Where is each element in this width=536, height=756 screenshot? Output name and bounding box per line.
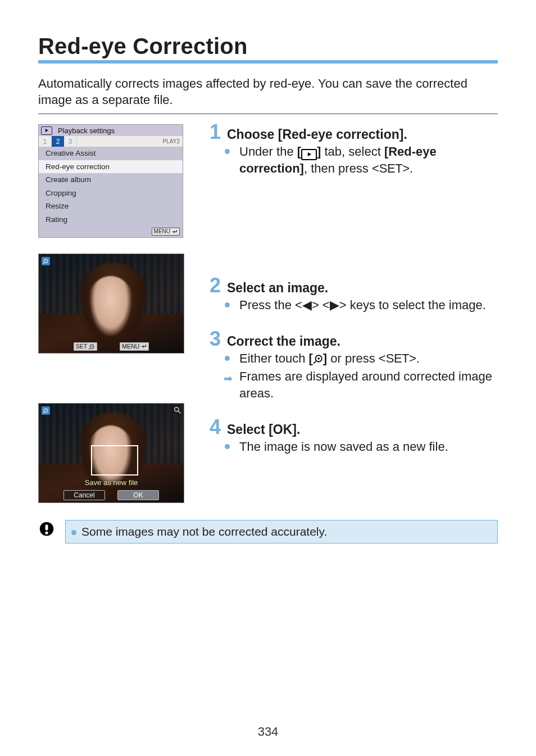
sample-photo-select: SET MENU — [38, 253, 184, 354]
menu-header-title: Playback settings — [58, 126, 115, 135]
menu-tab-row: 1 2 3 PLAY2 — [39, 136, 183, 147]
step-4-text: The image is now saved as a new file. — [239, 440, 448, 454]
menu-item-creative-assist[interactable]: Creative Assist — [39, 147, 183, 160]
svg-point-14 — [45, 532, 48, 535]
bullet-icon — [225, 444, 230, 449]
svg-marker-0 — [46, 129, 49, 132]
menu-item-resize[interactable]: Resize — [39, 200, 183, 213]
intro-rule — [38, 114, 498, 114]
menu-header: Playback settings — [39, 125, 183, 136]
correction-frame — [91, 445, 138, 476]
step-3-text-d: Frames are displayed around corrected im… — [239, 369, 492, 400]
menu-tab-group-label: PLAY2 — [163, 136, 183, 147]
step-3-bold-open: [ — [309, 351, 313, 365]
title-rule — [38, 60, 498, 64]
menu-return-chip[interactable]: MENU — [152, 228, 180, 236]
svg-marker-9 — [307, 152, 311, 156]
step-3-text-a: Either touch — [239, 351, 309, 365]
step-4-number: 4 — [208, 417, 222, 437]
caution-note: Some images may not be corrected accurat… — [38, 520, 498, 544]
redeye-small-icon — [89, 343, 95, 350]
step-1-text-b: tab, select — [321, 144, 384, 159]
bullet-icon — [71, 530, 76, 535]
step-1-text-d: >. — [402, 161, 413, 175]
menu-item-red-eye-correction[interactable]: Red-eye correction — [39, 160, 183, 174]
step-1: 1 Choose [Red-eye correction]. Under the… — [208, 122, 498, 176]
arrow-bullet-icon: ➡ — [224, 372, 233, 386]
menu-chip[interactable]: MENU — [120, 342, 149, 351]
playback-tab-icon — [301, 149, 317, 160]
step-3-bullet-b: ➡ Frames are displayed around corrected … — [239, 368, 498, 401]
step-1-text-c: , then press < — [304, 161, 379, 175]
svg-point-7 — [175, 408, 179, 411]
step-2: 2 Select an image. Press the <◀> <▶> key… — [208, 275, 498, 314]
menu-chip-label: MENU — [122, 343, 139, 351]
step-3-bullet-a: Either touch [] or press <SET>. — [239, 350, 498, 367]
menu-tab-1[interactable]: 1 — [39, 136, 52, 147]
svg-point-4 — [92, 346, 93, 347]
caution-note-box: Some images may not be corrected accurat… — [65, 520, 498, 544]
intro-text: Automatically corrects images affected b… — [38, 76, 498, 108]
menu-item-cropping[interactable]: Cropping — [39, 187, 183, 200]
step-2-title: Select an image. — [227, 280, 328, 296]
menu-item-list: Creative Assist Red-eye correction Creat… — [39, 147, 183, 226]
menu-tab-2[interactable]: 2 — [52, 136, 64, 147]
step-1-bullet: Under the [] tab, select [Red-eye correc… — [239, 143, 498, 176]
step-3-text-c: >. — [409, 351, 420, 365]
playback-icon — [41, 126, 52, 135]
redeye-icon — [42, 406, 50, 415]
step-3-number: 3 — [208, 329, 222, 349]
menu-screenshot: Playback settings 1 2 3 PLAY2 Creative A… — [38, 124, 183, 238]
step-3: 3 Correct the image. Either touch [] or … — [208, 329, 498, 401]
menu-item-create-album[interactable]: Create album — [39, 173, 183, 187]
caution-icon — [38, 520, 55, 544]
redeye-icon — [42, 257, 50, 265]
svg-point-2 — [46, 261, 47, 262]
menu-tab-3[interactable]: 3 — [64, 136, 77, 147]
return-icon — [172, 229, 178, 234]
menu-item-rating[interactable]: Rating — [39, 213, 183, 227]
set-key-label: SET — [386, 351, 409, 365]
bullet-icon — [225, 356, 230, 361]
set-key-label: SET — [379, 161, 402, 175]
bullet-icon — [225, 149, 230, 154]
menu-return-label: MENU — [154, 228, 170, 235]
ok-button[interactable]: OK — [117, 490, 159, 500]
bullet-icon — [225, 302, 230, 307]
set-chip-label: SET — [76, 343, 87, 351]
redeye-touch-icon — [313, 354, 323, 364]
svg-rect-13 — [46, 525, 48, 531]
cancel-button[interactable]: Cancel — [63, 490, 105, 500]
magnify-icon[interactable] — [174, 406, 181, 415]
menu-footer: MENU — [39, 226, 183, 237]
step-1-number: 1 — [208, 122, 222, 142]
svg-point-6 — [46, 410, 47, 411]
step-4-title: Select [OK]. — [227, 422, 300, 437]
svg-point-11 — [317, 357, 320, 360]
return-icon — [141, 344, 147, 349]
step-4: 4 Select [OK]. The image is now saved as… — [208, 417, 498, 455]
caution-text: Some images may not be corrected accurat… — [81, 525, 327, 538]
svg-line-8 — [178, 411, 180, 414]
step-2-number: 2 — [208, 275, 222, 296]
page-number: 334 — [0, 725, 536, 739]
step-1-text-a: Under the — [239, 144, 297, 159]
save-banner: Save as new file — [39, 478, 184, 487]
step-4-bullet: The image is now saved as a new file. — [239, 438, 498, 455]
step-2-text: Press the <◀> <▶> keys to select the ima… — [239, 298, 486, 312]
step-2-bullet: Press the <◀> <▶> keys to select the ima… — [239, 297, 498, 314]
sample-photo-save: Save as new file Cancel OK — [38, 403, 184, 503]
set-chip[interactable]: SET — [74, 342, 97, 351]
page-title: Red-eye Correction — [38, 34, 498, 59]
step-1-title: Choose [Red-eye correction]. — [227, 127, 407, 142]
step-3-text-b: or press < — [327, 351, 386, 365]
step-3-title: Correct the image. — [227, 334, 340, 349]
